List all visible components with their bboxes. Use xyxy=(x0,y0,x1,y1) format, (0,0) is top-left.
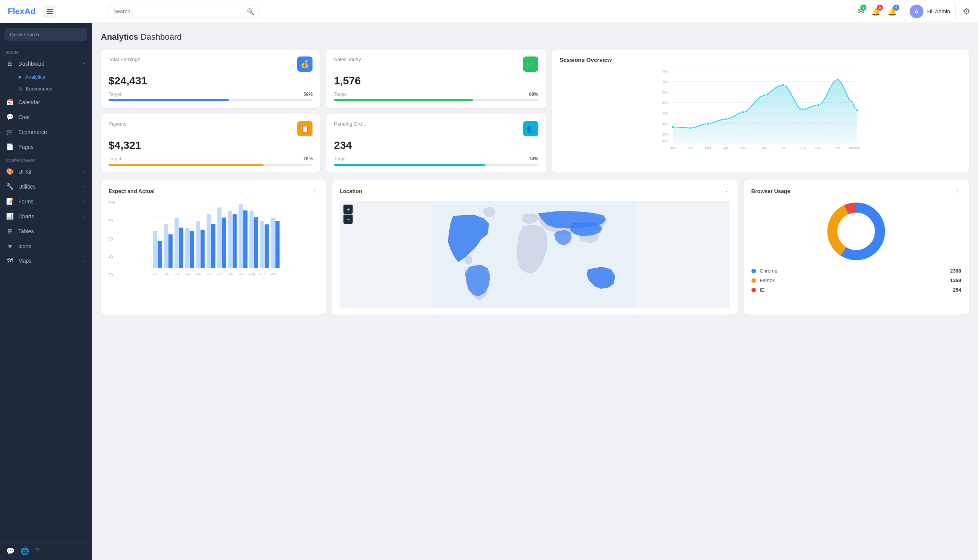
notification-badge-2: 4 xyxy=(893,5,899,11)
sidebar-item-label: Forms xyxy=(18,198,79,205)
ie-value: 254 xyxy=(953,287,961,293)
settings-button[interactable]: ⚙ xyxy=(963,7,970,17)
svg-text:w/3: w/3 xyxy=(174,273,180,276)
map-container: + − xyxy=(339,201,730,308)
svg-rect-56 xyxy=(196,221,200,268)
help-bottom-icon[interactable]: ? xyxy=(35,547,39,555)
progress-fill xyxy=(334,164,485,166)
svg-text:w/11: w/11 xyxy=(259,273,266,276)
progress-fill xyxy=(109,164,264,166)
main-content: Analytics Dashboard Total Earnings 💰 $24… xyxy=(92,23,978,560)
sidebar-item-maps[interactable]: 🗺 Maps › xyxy=(0,253,92,268)
sidebar-item-dashboard[interactable]: ⊞ Dashboard ▾ xyxy=(0,56,92,71)
sidebar-item-label: Utilities xyxy=(18,183,79,190)
svg-text:w/2: w/2 xyxy=(164,273,169,276)
sidebar-item-tables[interactable]: ⊞ Tables › xyxy=(0,224,92,238)
svg-rect-2 xyxy=(47,13,53,14)
chart-header: Browser Usage ⋮ xyxy=(751,187,961,195)
sessions-title: Sessions Overview xyxy=(560,57,961,63)
location-card: Location ⋮ + − xyxy=(332,180,737,315)
svg-text:400: 400 xyxy=(662,112,668,115)
map-zoom-in-button[interactable]: + xyxy=(343,205,353,214)
notification-button-2[interactable]: 🔔 4 xyxy=(888,7,897,16)
chrome-dot xyxy=(751,269,756,273)
firefox-dot xyxy=(751,278,756,283)
sidebar-item-ecommerce[interactable]: 🛒 Ecommerce › xyxy=(0,125,92,139)
browser-usage-menu-button[interactable]: ⋮ xyxy=(954,187,961,195)
svg-point-88 xyxy=(838,213,875,250)
sidebar-item-ui-kit[interactable]: 🎨 UI Kit › xyxy=(0,164,92,179)
chat-bottom-icon[interactable]: 💬 xyxy=(6,547,15,555)
quick-search[interactable]: Quick search xyxy=(5,28,87,41)
sidebar-item-icons[interactable]: ★ Icons › xyxy=(0,238,92,253)
svg-text:300: 300 xyxy=(662,122,668,126)
dashboard-icon: ⊞ xyxy=(6,60,14,67)
svg-text:w/7: w/7 xyxy=(217,273,222,276)
sidebar-item-label: Tables xyxy=(18,228,79,234)
globe-bottom-icon[interactable]: 🌐 xyxy=(21,547,29,555)
sidebar-item-label: Chat xyxy=(18,114,85,120)
maps-icon: 🗺 xyxy=(6,257,14,264)
svg-point-22 xyxy=(724,118,727,121)
expect-actual-card: Expect and Actual ⋮ 100 80 60 40 20 xyxy=(101,180,326,315)
legend-item-ie: IE 254 xyxy=(751,287,961,293)
chevron-right-icon: › xyxy=(84,199,85,204)
sidebar-item-forms[interactable]: 📝 Forms › xyxy=(0,194,92,209)
svg-text:200: 200 xyxy=(662,132,668,136)
search-input[interactable] xyxy=(107,5,260,18)
ie-dot xyxy=(751,288,756,292)
forms-icon: 📝 xyxy=(6,198,14,205)
sidebar-item-label: Ecommerce xyxy=(26,86,52,92)
sidebar-item-analytics[interactable]: ◆ Analytics xyxy=(0,71,92,83)
stat-target-label: Target xyxy=(334,92,346,97)
browser-legend: Chrome 2398 Firefox 1359 IE 254 xyxy=(751,268,961,293)
svg-text:w/6: w/6 xyxy=(206,273,212,276)
sidebar-item-label: Analytics xyxy=(25,74,45,80)
sidebar-item-charts[interactable]: 📊 Charts › xyxy=(0,209,92,224)
svg-text:Jul: Jul xyxy=(781,146,786,150)
charts-icon: 📊 xyxy=(6,213,14,220)
chevron-right-icon: › xyxy=(84,170,85,174)
svg-text:600: 600 xyxy=(662,90,668,94)
donut-chart-container xyxy=(751,201,961,262)
stat-card-total-earnings: Total Earnings 💰 $24,431 Target 59% xyxy=(101,50,320,108)
progress-bar-pending xyxy=(334,164,538,166)
svg-rect-63 xyxy=(232,214,237,268)
expect-actual-menu-button[interactable]: ⋮ xyxy=(311,187,318,195)
sidebar-item-calendar[interactable]: 📅 Calendar xyxy=(0,95,92,110)
chevron-right-icon: › xyxy=(84,258,85,263)
svg-rect-60 xyxy=(217,208,222,268)
svg-rect-62 xyxy=(228,211,232,268)
bottom-row: Expect and Actual ⋮ 100 80 60 40 20 xyxy=(101,180,969,315)
sidebar-item-label: Ecommerce xyxy=(18,129,79,135)
svg-rect-48 xyxy=(153,231,157,268)
svg-text:100: 100 xyxy=(662,139,668,143)
map-zoom-out-button[interactable]: − xyxy=(343,215,353,224)
layout: Quick search MAIN ⊞ Dashboard ▾ ◆ Analyt… xyxy=(0,23,978,560)
sidebar-toggle-button[interactable] xyxy=(43,5,56,18)
svg-text:Feb: Feb xyxy=(687,146,694,150)
sidebar-item-pages[interactable]: 📄 Pages › xyxy=(0,139,92,154)
icons-icon: ★ xyxy=(6,242,14,250)
expect-actual-chart: w/1 w/2 w/3 w/4 w/5 w/6 w/7 w/8 w/9 w/10… xyxy=(122,201,318,285)
user-menu[interactable]: A Hi, Admin xyxy=(904,2,956,21)
svg-rect-58 xyxy=(207,214,211,268)
svg-rect-59 xyxy=(211,224,216,268)
location-menu-button[interactable]: ⋮ xyxy=(723,187,730,195)
sub-dot-icon: ◇ xyxy=(18,86,22,92)
sidebar-item-chat[interactable]: 💬 Chat xyxy=(0,110,92,125)
ie-label: IE xyxy=(760,287,950,293)
svg-rect-54 xyxy=(185,228,189,268)
svg-text:Oct: Oct xyxy=(835,146,841,150)
app-name: FlexAd xyxy=(8,7,35,17)
sidebar-item-ecommerce-sub[interactable]: ◇ Ecommerce xyxy=(0,83,92,95)
svg-text:800: 800 xyxy=(662,70,668,73)
email-button[interactable]: ✉ 6 xyxy=(858,7,864,16)
progress-fill xyxy=(109,99,229,101)
stat-title: Pending Ord... xyxy=(334,121,366,127)
svg-text:w/9: w/9 xyxy=(238,273,244,276)
stat-icon-earnings: 💰 xyxy=(297,57,313,72)
notification-button-1[interactable]: 🔔 5 xyxy=(871,7,881,16)
stat-value-earnings: $24,431 xyxy=(109,75,313,87)
sidebar-item-utilities[interactable]: 🔧 Utilities › xyxy=(0,179,92,194)
